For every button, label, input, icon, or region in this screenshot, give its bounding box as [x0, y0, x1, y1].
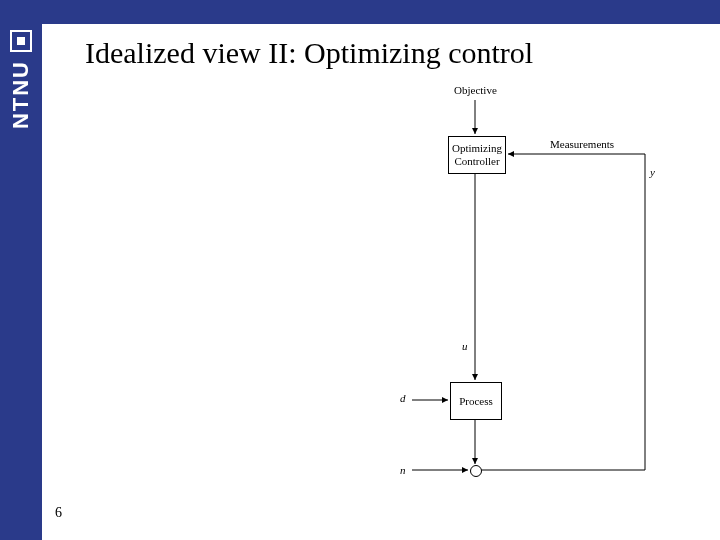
n-label: n — [400, 464, 406, 476]
sidebar: NTNU — [0, 0, 42, 540]
ntnu-logo-text: NTNU — [10, 60, 32, 129]
sum-node-icon — [470, 465, 482, 477]
topbar — [0, 0, 720, 24]
controller-box-text: Optimizing Controller — [452, 142, 502, 167]
diagram-arrows — [340, 82, 680, 502]
u-label: u — [462, 340, 468, 352]
ntnu-mark-inner-icon — [17, 37, 25, 45]
objective-label: Objective — [454, 84, 497, 96]
ntnu-logo: NTNU — [0, 30, 42, 200]
process-box-text: Process — [459, 395, 493, 408]
slide: NTNU Idealized view II: Optimizing contr… — [0, 0, 720, 540]
page-number: 6 — [55, 505, 62, 521]
optimizing-controller-box: Optimizing Controller — [448, 136, 506, 174]
measurements-label: Measurements — [550, 138, 614, 150]
ntnu-mark-icon — [10, 30, 32, 52]
d-label: d — [400, 392, 406, 404]
slide-title: Idealized view II: Optimizing control — [85, 36, 533, 70]
y-label: y — [650, 166, 655, 178]
control-diagram: Objective Measurements y u d n Optimizin… — [340, 82, 680, 502]
process-box: Process — [450, 382, 502, 420]
